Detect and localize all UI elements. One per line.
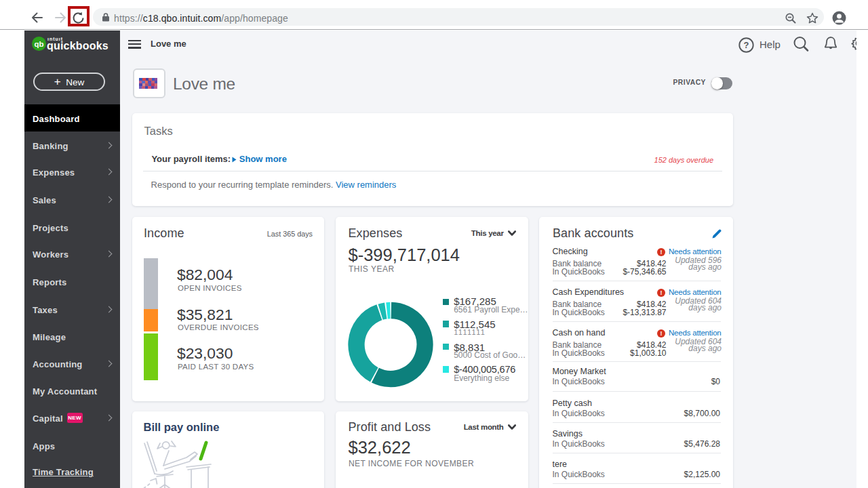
svg-text:?: ?: [744, 40, 749, 50]
svg-text:qb: qb: [34, 40, 43, 48]
